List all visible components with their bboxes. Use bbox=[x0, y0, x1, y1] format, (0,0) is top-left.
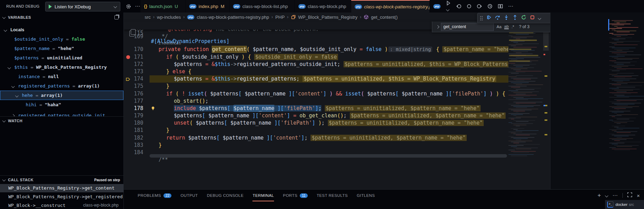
breadcrumb-item-PHP[interactable]: PHP bbox=[275, 15, 285, 20]
stack-frame-2[interactable]: WP_Block->__constructclass-wp-block.php bbox=[0, 201, 123, 209]
run-and-debug-title: RUN AND DEBUG bbox=[6, 4, 40, 8]
continue-button[interactable] bbox=[486, 15, 492, 22]
nav-forward-icon[interactable] bbox=[477, 3, 482, 9]
stack-frame-0[interactable]: WP_Block_Patterns_Registry->get_content bbox=[0, 184, 123, 192]
more-actions-icon[interactable]: ⋯ bbox=[612, 192, 618, 199]
tab-class-wp-block-patterns-registry.php[interactable]: phpclass-wp-block-patterns-registry.php1… bbox=[351, 0, 430, 12]
breadcrumb-separator: › bbox=[183, 15, 185, 19]
more-actions-icon[interactable]: ⋯ bbox=[508, 3, 514, 9]
tab-class-wp-block-list.php[interactable]: phpclass-wp-block-list.php bbox=[230, 0, 295, 12]
code-line-179[interactable]: 179$patterns[ $pattern_name ]['content']… bbox=[124, 112, 508, 119]
code-line-174[interactable]: 174$patterns = &$this->registered_patter… bbox=[124, 75, 508, 83]
code-line-176[interactable]: 176if ( ! isset( $patterns[ $pattern_nam… bbox=[124, 90, 508, 98]
match-case-toggle[interactable]: Aa bbox=[497, 25, 501, 29]
code-area[interactable]: 168 * @return string The content of the … bbox=[124, 22, 550, 189]
find-expand-icon[interactable] bbox=[436, 25, 440, 28]
sticky-line-text: #[AllowDynamicProperties] bbox=[151, 37, 230, 45]
split-editor-icon[interactable] bbox=[498, 3, 503, 9]
badge: 11 bbox=[300, 193, 307, 198]
panel-tab-DEBUG CONSOLE[interactable]: DEBUG CONSOLE bbox=[207, 190, 244, 201]
call-stack-section-header[interactable]: CALL STACK Paused on step bbox=[0, 175, 123, 184]
breadcrumb-item-wp-includes[interactable]: wp-includes bbox=[157, 15, 181, 20]
stack-frame-1[interactable]: WP_Block_Patterns_Registry->get_register… bbox=[0, 192, 123, 201]
php-icon: php bbox=[189, 4, 196, 9]
regex-toggle[interactable]: .* bbox=[512, 25, 514, 29]
php-icon: php bbox=[433, 4, 441, 9]
code-line-182[interactable]: 182return $patterns[ $pattern_name ]['co… bbox=[124, 134, 508, 142]
minimap[interactable] bbox=[508, 22, 543, 168]
start-debug-icon[interactable] bbox=[49, 5, 52, 9]
breadcrumb-item-get_content()[interactable]: get_content() bbox=[371, 15, 398, 20]
code-line-178[interactable]: 178include $patterns[ $pattern_name ]['f… bbox=[124, 105, 508, 112]
panel-tab-GITLENS[interactable]: GITLENS bbox=[357, 190, 375, 201]
panel-tab-PORTS[interactable]: PORTS11 bbox=[283, 190, 308, 201]
run-button[interactable] bbox=[445, 0, 451, 12]
lightbulb-icon[interactable] bbox=[151, 106, 155, 112]
variables-title: VARIABLES bbox=[8, 15, 31, 19]
more-actions-icon[interactable]: ⋯ bbox=[135, 3, 140, 9]
tab-launch.json[interactable]: {}launch.jsonU bbox=[140, 0, 186, 12]
find-input[interactable] bbox=[441, 23, 494, 31]
new-terminal-button[interactable]: + bbox=[597, 192, 601, 199]
code-lines[interactable]: 168 * @return string The content of the … bbox=[124, 26, 508, 164]
horizontal-scrollbar[interactable] bbox=[150, 154, 507, 158]
step-over-button[interactable] bbox=[495, 15, 500, 22]
code-line-175[interactable]: 175} bbox=[124, 83, 508, 90]
tab-label: class-wp-block-patterns-registry.php bbox=[364, 4, 430, 9]
variable-row-$outside_init_only[interactable]: $outside_init_only = false bbox=[0, 34, 123, 44]
breakpoint-icon[interactable] bbox=[126, 55, 130, 59]
history-icon[interactable] bbox=[487, 3, 493, 9]
whole-word-toggle[interactable]: ab bbox=[504, 24, 509, 29]
code-line-171[interactable]: 171if ( $outside_init_only ) { $outside_… bbox=[124, 53, 508, 61]
tab-class-wp-block.php[interactable]: phpclass-wp-block.php bbox=[295, 0, 351, 12]
chevron-down-icon bbox=[2, 15, 6, 19]
variable-row-hihi[interactable]: hihi = "haha" bbox=[0, 100, 123, 109]
code-line-181[interactable]: 181} bbox=[124, 127, 508, 134]
restart-button[interactable] bbox=[521, 15, 526, 22]
variable-row-$patterns[interactable]: $patterns = uninitialized bbox=[0, 53, 123, 62]
variable-row-hehe[interactable]: hehe = array(1) bbox=[0, 91, 123, 100]
tab-label: launch.json bbox=[149, 4, 172, 9]
panel-tab-OUTPUT[interactable]: OUTPUT bbox=[180, 190, 198, 201]
variable-row-registered_patterns[interactable]: registered_patterns = array(1) bbox=[0, 81, 123, 91]
panel-tab-PROBLEMS[interactable]: PROBLEMS22 bbox=[138, 190, 171, 201]
pages-icon[interactable] bbox=[129, 31, 135, 36]
overview-ruler[interactable] bbox=[543, 22, 549, 189]
php-icon: php bbox=[298, 4, 306, 9]
breadcrumb-item-class-wp-block-patterns-registry.php[interactable]: class-wp-block-patterns-registry.php bbox=[197, 15, 269, 20]
code-line-172[interactable]: 172$patterns = &$this->registered_patter… bbox=[124, 61, 508, 68]
json-icon: {} bbox=[144, 4, 147, 9]
variable-row-Locals[interactable]: Locals bbox=[0, 25, 123, 34]
minimap-2[interactable] bbox=[609, 19, 644, 155]
close-panel-button[interactable]: × bbox=[637, 193, 640, 199]
gear-icon[interactable] bbox=[126, 4, 131, 9]
step-into-button[interactable] bbox=[504, 15, 509, 22]
panel-tab-TEST RESULTS[interactable]: TEST RESULTS bbox=[317, 190, 348, 201]
watch-section-header[interactable]: WATCH bbox=[0, 116, 123, 125]
breadcrumb-item-src[interactable]: src bbox=[145, 15, 151, 20]
record-icon[interactable] bbox=[466, 3, 472, 9]
code-line-183[interactable]: 183} bbox=[124, 142, 508, 149]
code-line-180[interactable]: 180unset( $patterns[ $pattern_name ]['fi… bbox=[124, 119, 508, 127]
chevron-down-icon[interactable] bbox=[538, 16, 541, 20]
code-line-173[interactable]: 173} else { bbox=[124, 68, 508, 75]
code-line-177[interactable]: 177ob_start(); bbox=[124, 98, 508, 105]
variable-row-$pattern_name[interactable]: $pattern_name = "hehe" bbox=[0, 44, 123, 53]
stop-button[interactable] bbox=[530, 15, 535, 22]
chevron-down-icon[interactable] bbox=[605, 194, 609, 197]
breadcrumb-item-WP_Block_Patterns_Registry[interactable]: WP_Block_Patterns_Registry bbox=[298, 15, 358, 20]
terminal-instance-item[interactable]: >_ docker src bbox=[605, 200, 644, 209]
breadcrumb-separator: › bbox=[360, 15, 361, 19]
variable-row-$this[interactable]: $this = WP_Block_Patterns_Registry bbox=[0, 62, 123, 72]
variable-row-instance[interactable]: instance = null bbox=[0, 72, 123, 81]
panel-tab-TERMINAL[interactable]: TERMINAL bbox=[252, 190, 274, 201]
step-out-button[interactable] bbox=[512, 15, 518, 22]
tab-index.php[interactable]: phpindex.phpM bbox=[186, 0, 230, 12]
launch-config-dropdown[interactable]: Listen for XDebug bbox=[45, 2, 120, 11]
maximize-panel-button[interactable] bbox=[627, 192, 632, 199]
views-icon[interactable] bbox=[114, 15, 119, 19]
nav-back-icon[interactable] bbox=[456, 3, 461, 9]
drag-handle-icon[interactable] bbox=[480, 16, 483, 21]
code-line-170[interactable]: 170private function get_content( $patter… bbox=[124, 46, 508, 53]
variables-section-header[interactable]: VARIABLES bbox=[0, 13, 123, 22]
